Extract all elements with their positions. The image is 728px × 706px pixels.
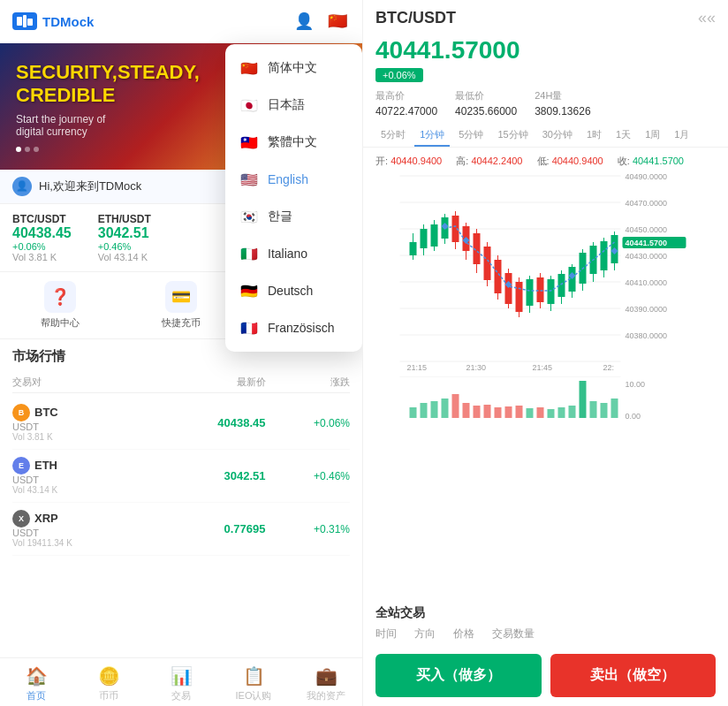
help-icon: ❓ xyxy=(44,281,76,313)
user-icon-button[interactable]: 👤 xyxy=(292,9,316,34)
bottom-nav: 🏠 首页 🪙 币币 📊 交易 📋 IEO认购 💼 我的资产 xyxy=(0,657,362,706)
header-right: 👤 🇨🇳 xyxy=(292,9,350,34)
svg-rect-1 xyxy=(23,15,27,27)
nav-assets[interactable]: 💼 我的资产 xyxy=(290,665,362,702)
language-dropdown: 🇨🇳 简体中文 🇯🇵 日本語 🇹🇼 繁體中文 🇺🇸 English 🇰🇷 한글 … xyxy=(225,44,362,352)
lang-english[interactable]: 🇺🇸 English xyxy=(225,161,362,198)
tab-5fen[interactable]: 5分时 xyxy=(375,125,411,147)
trade-col-direction: 方向 xyxy=(414,626,436,641)
btc-vol: Vol 3.81 K xyxy=(12,432,139,442)
lang-name-de: Deutsch xyxy=(268,284,313,298)
svg-text:40380.0000: 40380.0000 xyxy=(626,331,668,340)
btc-change: +0.06% xyxy=(314,417,350,429)
market-header: 交易对 最新价 涨跌 xyxy=(12,372,350,393)
chart-pair-title: BTC/USDT xyxy=(375,9,456,27)
svg-rect-16 xyxy=(431,224,438,247)
lang-name-fr: Französisch xyxy=(268,321,334,335)
svg-rect-79 xyxy=(505,406,512,418)
recharge-icon: 💳 xyxy=(165,281,197,313)
svg-text:10.00: 10.00 xyxy=(626,380,646,389)
lang-italian[interactable]: 🇮🇹 Italiano xyxy=(225,235,362,272)
lang-german[interactable]: 🇩🇪 Deutsch xyxy=(225,272,362,309)
flag-tw: 🇹🇼 xyxy=(239,133,259,152)
svg-rect-48 xyxy=(601,241,608,270)
svg-rect-26 xyxy=(484,247,491,280)
svg-rect-14 xyxy=(421,229,428,248)
eth-name: E ETH xyxy=(12,457,139,474)
chart-area: 40490.0000 40470.0000 40450.0000 40430.0… xyxy=(363,171,728,598)
lang-french[interactable]: 🇫🇷 Französisch xyxy=(225,309,362,346)
logo-text: TDMock xyxy=(42,14,94,29)
lang-japanese[interactable]: 🇯🇵 日本語 xyxy=(225,87,362,124)
market-row-btc[interactable]: B BTC USDT Vol 3.81 K 40438.45 +0.06% xyxy=(12,397,350,450)
lang-simplified-chinese[interactable]: 🇨🇳 简体中文 xyxy=(225,49,362,87)
svg-text:40410.0000: 40410.0000 xyxy=(626,278,668,287)
back-icon[interactable]: «« xyxy=(698,9,716,27)
ticker-btc-change: +0.06% xyxy=(12,241,72,252)
ticker-btc-pair: BTC/USDT xyxy=(12,213,72,225)
lang-traditional-chinese[interactable]: 🇹🇼 繁體中文 xyxy=(225,124,362,161)
action-recharge[interactable]: 💳 快捷充币 xyxy=(121,281,242,330)
svg-rect-12 xyxy=(410,242,417,255)
volume-chart: 10.00 0.00 xyxy=(368,376,723,425)
tab-1min[interactable]: 1分钟 xyxy=(414,125,450,147)
ticker-eth-price: 3042.51 xyxy=(98,225,151,241)
eth-dot: E xyxy=(12,457,30,474)
ticker-btc[interactable]: BTC/USDT 40438.45 +0.06% Vol 3.81 K xyxy=(12,213,72,262)
tab-15min[interactable]: 15分钟 xyxy=(492,125,533,147)
tab-1w[interactable]: 1周 xyxy=(640,125,665,147)
header-price: 最新价 xyxy=(139,376,265,389)
market-row-eth[interactable]: E ETH USDT Vol 43.14 K 3042.51 +0.46% xyxy=(12,450,350,503)
market-section: 市场行情 交易对 最新价 涨跌 B BTC USDT Vol 3.81 K 40… xyxy=(0,339,362,657)
time-tabs: 5分时 1分钟 5分钟 15分钟 30分钟 1时 1天 1周 1月 xyxy=(363,125,728,148)
svg-rect-86 xyxy=(580,381,587,418)
svg-rect-30 xyxy=(505,273,512,304)
logo: TDMock xyxy=(12,12,94,30)
nav-home[interactable]: 🏠 首页 xyxy=(0,665,72,702)
btc-dot: B xyxy=(12,404,30,421)
svg-text:22:: 22: xyxy=(603,363,615,372)
ticker-eth-change: +0.46% xyxy=(98,241,151,252)
svg-rect-75 xyxy=(463,403,470,418)
svg-rect-80 xyxy=(516,406,523,418)
flag-button[interactable]: 🇨🇳 xyxy=(325,9,350,34)
sell-button[interactable]: 卖出（做空） xyxy=(550,654,717,697)
header: TDMock 👤 🇨🇳 xyxy=(0,0,362,43)
flag-fr: 🇫🇷 xyxy=(239,318,259,338)
tab-1m[interactable]: 1月 xyxy=(669,125,694,147)
flag-cn: 🇨🇳 xyxy=(239,58,259,78)
assets-icon: 💼 xyxy=(315,665,337,687)
lang-korean[interactable]: 🇰🇷 한글 xyxy=(225,198,362,235)
logo-icon xyxy=(12,12,37,30)
tab-30min[interactable]: 30分钟 xyxy=(537,125,578,147)
nav-trade[interactable]: 📊 交易 xyxy=(145,665,217,702)
svg-rect-36 xyxy=(537,277,544,302)
lang-name-tw: 繁體中文 xyxy=(268,134,317,150)
action-help[interactable]: ❓ 帮助中心 xyxy=(0,281,121,330)
svg-rect-0 xyxy=(17,17,22,26)
tab-1d[interactable]: 1天 xyxy=(610,125,636,147)
trade-title: 全站交易 xyxy=(375,605,716,621)
eth-pair-col: E ETH USDT Vol 43.14 K xyxy=(12,457,139,495)
vol-label: 24H量 xyxy=(535,89,590,102)
svg-rect-74 xyxy=(452,394,459,418)
svg-rect-89 xyxy=(611,399,618,418)
nav-ieo[interactable]: 📋 IEO认购 xyxy=(217,665,290,702)
tab-5min[interactable]: 5分钟 xyxy=(453,125,489,147)
header-change: 涨跌 xyxy=(266,376,351,389)
xrp-quote: USDT xyxy=(12,528,139,538)
svg-rect-88 xyxy=(601,403,608,418)
ticker-eth[interactable]: ETH/USDT 3042.51 +0.46% Vol 43.14 K xyxy=(98,213,151,262)
buy-button[interactable]: 买入（做多） xyxy=(375,654,542,697)
market-row-xrp[interactable]: X XRP USDT Vol 19411.34 K 0.77695 +0.31% xyxy=(12,503,350,556)
dot-3 xyxy=(34,147,39,152)
svg-text:40430.0000: 40430.0000 xyxy=(626,252,668,261)
btc-change-col: +0.06% xyxy=(266,414,351,430)
eth-price-col: 3042.51 xyxy=(139,469,265,482)
trade-col-amount: 交易数量 xyxy=(492,626,535,641)
right-panel: BTC/USDT «« 40441.57000 +0.06% 最高价 40722… xyxy=(362,0,728,706)
svg-rect-34 xyxy=(527,279,534,306)
nav-coin[interactable]: 🪙 币币 xyxy=(72,665,145,702)
lang-name-it: Italiano xyxy=(268,247,307,261)
tab-1h[interactable]: 1时 xyxy=(581,125,607,147)
